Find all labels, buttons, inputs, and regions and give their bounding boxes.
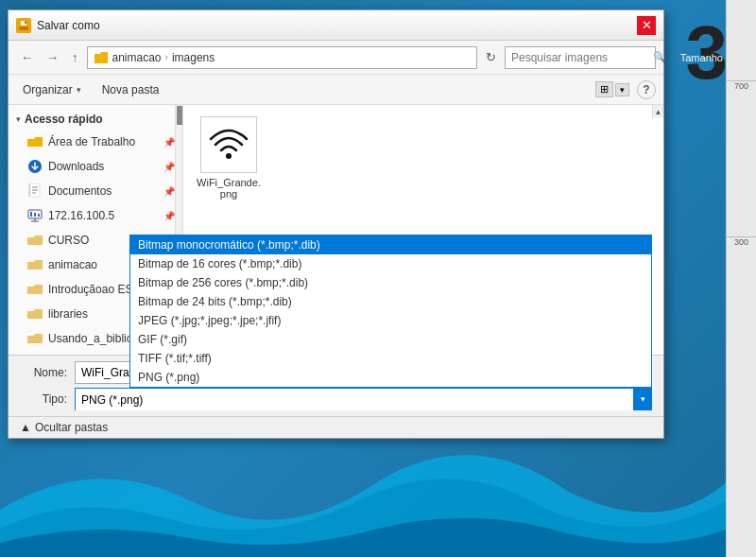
view-icon-button[interactable]: ⊞ [595, 81, 613, 97]
svg-rect-16 [204, 120, 253, 169]
pin-icon-network: 📌 [163, 211, 175, 221]
dialog-toolbar: ← → ↑ animacao › imagens ↻ 🔍 [9, 41, 663, 75]
nova-pasta-button[interactable]: Nova pasta [95, 80, 166, 99]
introducao-folder-icon [27, 282, 43, 297]
sidebar-label-network: 172.16.100.5 [48, 209, 158, 222]
sidebar-scroll-thumb [177, 106, 182, 125]
ruler-vertical: 700 300 [726, 0, 756, 557]
libraries-folder-icon [27, 306, 43, 322]
hide-folders-chevron: ▲ [20, 421, 31, 434]
path-breadcrumb[interactable]: animacao › imagens [87, 46, 478, 69]
dialog-title-icon [16, 18, 31, 33]
desktop-folder-icon [27, 134, 43, 149]
animacao-folder-icon [27, 257, 43, 272]
file-scroll-up[interactable]: ▲ [652, 105, 663, 118]
close-button[interactable]: ✕ [637, 16, 656, 35]
file-item-wifi[interactable]: WiFi_Grande.png [191, 113, 266, 203]
back-button[interactable]: ← [16, 47, 38, 67]
folder-icon [94, 50, 109, 65]
dropdown-item-bmp-24[interactable]: Bitmap de 24 bits (*.bmp;*.dib) [130, 292, 651, 311]
search-box[interactable]: 🔍 [505, 46, 656, 69]
tipo-select-arrow[interactable]: ▾ [633, 388, 652, 410]
tipo-select-value[interactable]: PNG (*.png) [75, 388, 652, 410]
section-chevron: ▾ [16, 114, 21, 124]
ruler-mark-300: 300 [727, 236, 756, 247]
curso-folder-icon [27, 233, 43, 248]
file-thumbnail-wifi [200, 116, 257, 173]
section-label: Acesso rápido [25, 113, 103, 126]
sidebar-item-desktop[interactable]: Área de Trabalho 📌 [9, 130, 182, 154]
svg-rect-13 [30, 212, 32, 217]
sidebar-label-downloads: Downloads [48, 160, 158, 173]
sidebar-item-network[interactable]: 172.16.100.5 📌 [9, 203, 182, 228]
ssd1306-folder-icon [27, 331, 43, 346]
help-button[interactable]: ? [637, 80, 656, 99]
network-icon [27, 208, 43, 223]
dropdown-item-bmp-256[interactable]: Bitmap de 256 cores (*.bmp;*.dib) [130, 273, 651, 292]
svg-point-17 [226, 153, 232, 159]
pin-icon-desktop: 📌 [163, 137, 175, 148]
dropdown-item-bmp-mono[interactable]: Bitmap monocromático (*.bmp;*.dib) [130, 235, 651, 254]
hide-folders-row: ▲ Ocultar pastas [9, 416, 663, 438]
search-input[interactable] [511, 51, 653, 64]
hide-folders-button[interactable]: ▲ Ocultar pastas [20, 421, 108, 434]
organize-arrow: ▾ [77, 85, 81, 95]
view-dropdown-button[interactable]: ▾ [615, 83, 629, 96]
organize-label: Organizar [23, 83, 73, 96]
svg-rect-14 [34, 213, 36, 217]
tipo-dropdown-list: Bitmap monocromático (*.bmp;*.dib) Bitma… [129, 235, 652, 388]
dialog-footer: Nome: ▾ Tipo: PNG (*.png) ▾ Bitmap monoc… [9, 355, 663, 416]
forward-button[interactable]: → [42, 47, 63, 67]
refresh-button[interactable]: ↻ [481, 47, 501, 67]
dialog-actionbar: Organizar ▾ Nova pasta ⊞ ▾ ? [9, 75, 663, 105]
svg-rect-1 [19, 26, 28, 30]
organize-button[interactable]: Organizar ▾ [16, 80, 88, 99]
save-as-dialog: Salvar como ✕ ← → ↑ animacao › imagens ↻… [8, 9, 664, 439]
pin-icon-documents: 📌 [163, 186, 175, 197]
search-icon: 🔍 [653, 51, 666, 63]
bg-wave-decoration [0, 434, 728, 557]
path-separator: › [165, 52, 168, 62]
downloads-icon [27, 159, 43, 174]
svg-rect-15 [38, 214, 40, 217]
footer-tipo-row: Tipo: PNG (*.png) ▾ Bitmap monocromático… [20, 388, 652, 410]
tipo-select-wrapper: PNG (*.png) ▾ Bitmap monocromático (*.bm… [75, 388, 652, 410]
dialog-title: Salvar como [37, 19, 637, 32]
wifi-thumbnail [204, 120, 253, 169]
sidebar-label-documents: Documentos [48, 184, 158, 198]
dropdown-item-gif[interactable]: GIF (*.gif) [130, 330, 651, 349]
svg-rect-3 [25, 21, 26, 24]
view-toggle-area: ⊞ ▾ [595, 81, 629, 97]
dialog-titlebar: Salvar como ✕ [9, 10, 663, 41]
sidebar-item-documents[interactable]: Documentos 📌 [9, 179, 182, 203]
dropdown-item-bmp-16[interactable]: Bitmap de 16 cores (*.bmp;*.dib) [130, 254, 651, 273]
dropdown-item-tiff[interactable]: TIFF (*.tif;*.tiff) [130, 349, 651, 368]
dropdown-item-jpeg[interactable]: JPEG (*.jpg;*.jpeg;*.jpe;*.jfif) [130, 311, 651, 330]
hide-folders-label: Ocultar pastas [35, 421, 108, 434]
sidebar-label-desktop: Área de Trabalho [48, 135, 158, 148]
sidebar-item-downloads[interactable]: Downloads 📌 [9, 154, 182, 179]
ruler-mark-700: 700 [727, 80, 756, 91]
nova-pasta-label: Nova pasta [102, 83, 160, 96]
documents-icon [27, 183, 43, 199]
nome-label: Nome: [20, 366, 67, 379]
up-button[interactable]: ↑ [67, 47, 83, 67]
sidebar-section-acesso-rapido[interactable]: ▾ Acesso rápido [9, 109, 182, 130]
tamanho-label: Tamanho [680, 52, 723, 63]
path-part-2: imagens [172, 51, 215, 64]
pin-icon-downloads: 📌 [163, 162, 175, 172]
file-name-wifi: WiFi_Grande.png [195, 177, 263, 200]
path-part-1: animacao [112, 51, 162, 64]
tipo-label: Tipo: [20, 392, 67, 406]
dropdown-item-png[interactable]: PNG (*.png) [130, 368, 651, 387]
